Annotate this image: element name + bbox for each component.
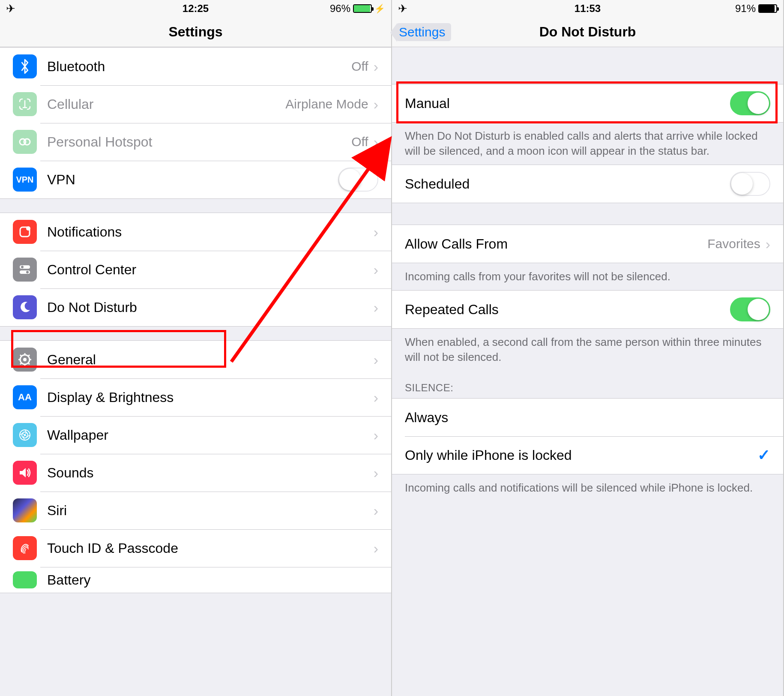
row-control-center[interactable]: Control Center › — [0, 251, 391, 288]
svg-point-1 — [24, 139, 30, 145]
repeated-toggle[interactable] — [730, 297, 770, 321]
bluetooth-icon — [13, 54, 37, 78]
battery-icon — [353, 4, 372, 13]
chevron-right-icon: › — [374, 58, 378, 75]
row-label: General — [47, 352, 374, 368]
chevron-right-icon: › — [766, 236, 770, 252]
chevron-right-icon: › — [374, 299, 378, 316]
chevron-right-icon: › — [374, 351, 378, 368]
battery-row-icon — [13, 571, 37, 588]
svg-point-5 — [21, 266, 24, 268]
settings-screen: ✈ 12:25 96% ⚡ Settings Bluetooth Off › — [0, 0, 392, 696]
row-label: Cellular — [47, 96, 285, 112]
fingerprint-icon — [13, 536, 37, 560]
back-button[interactable]: Settings — [396, 23, 451, 41]
chevron-right-icon: › — [374, 261, 378, 278]
hotspot-icon — [13, 130, 37, 154]
row-label: Manual — [405, 96, 730, 111]
row-manual[interactable]: Manual — [392, 84, 783, 122]
nav-bar: Settings Do Not Disturb — [392, 17, 783, 47]
row-label: Siri — [47, 503, 374, 519]
svg-line-17 — [28, 355, 30, 356]
vpn-icon: VPN — [13, 168, 37, 192]
row-sounds[interactable]: Sounds › — [0, 454, 391, 492]
chevron-right-icon: › — [374, 502, 378, 519]
row-label: Allow Calls From — [405, 236, 707, 252]
row-siri[interactable]: Siri › — [0, 492, 391, 529]
airplane-mode-icon: ✈ — [6, 2, 15, 15]
row-cellular[interactable]: Cellular Airplane Mode › — [0, 85, 391, 123]
row-display[interactable]: AA Display & Brightness › — [0, 378, 391, 416]
control-center-icon — [13, 258, 37, 282]
scheduled-toggle[interactable] — [730, 172, 770, 196]
nav-bar: Settings — [0, 17, 391, 47]
chevron-right-icon: › — [374, 224, 378, 240]
svg-point-7 — [26, 271, 29, 273]
row-label: Display & Brightness — [47, 390, 374, 405]
siri-icon — [13, 498, 37, 522]
row-hotspot[interactable]: Personal Hotspot Off › — [0, 123, 391, 161]
row-allow-calls-from[interactable]: Allow Calls From Favorites › — [392, 225, 783, 263]
vpn-toggle[interactable] — [338, 168, 378, 192]
row-label: Control Center — [47, 262, 374, 278]
repeated-footer: When enabled, a second call from the sam… — [392, 329, 783, 371]
row-label: Do Not Disturb — [47, 300, 374, 315]
svg-line-15 — [28, 363, 30, 364]
silence-footer: Incoming calls and notifications will be… — [392, 474, 783, 501]
manual-toggle[interactable] — [730, 91, 770, 115]
chevron-right-icon: › — [374, 96, 378, 113]
row-value: Favorites — [707, 237, 760, 251]
row-silence-only-locked[interactable]: Only while iPhone is locked ✓ — [392, 436, 783, 474]
gear-icon — [13, 348, 37, 372]
row-label: Only while iPhone is locked — [405, 447, 757, 463]
row-label: Notifications — [47, 224, 374, 240]
dnd-screen: ✈ 11:53 91% Settings Do Not Disturb Manu… — [392, 0, 784, 696]
row-label: Always — [405, 410, 770, 426]
chevron-right-icon: › — [374, 540, 378, 557]
row-value: Off — [351, 135, 368, 149]
chevron-right-icon: › — [374, 389, 378, 406]
row-general[interactable]: General › — [0, 341, 391, 378]
row-label: Scheduled — [405, 176, 730, 192]
row-label: Personal Hotspot — [47, 134, 351, 150]
checkmark-icon: ✓ — [757, 446, 770, 464]
row-label: Wallpaper — [47, 427, 374, 443]
status-bar: ✈ 12:25 96% ⚡ — [0, 0, 391, 17]
row-wallpaper[interactable]: Wallpaper › — [0, 416, 391, 454]
svg-line-16 — [20, 363, 21, 364]
row-label: VPN — [47, 172, 338, 188]
row-label: Battery — [47, 572, 378, 588]
row-vpn[interactable]: VPN VPN — [0, 161, 391, 198]
row-silence-always[interactable]: Always — [392, 399, 783, 436]
notifications-icon — [13, 220, 37, 244]
battery-percent: 96% — [330, 3, 350, 15]
allow-footer: Incoming calls from your favorites will … — [392, 263, 783, 290]
manual-footer: When Do Not Disturb is enabled calls and… — [392, 123, 783, 165]
display-icon: AA — [13, 385, 37, 409]
row-value: Airplane Mode — [285, 97, 368, 111]
back-label: Settings — [399, 25, 445, 39]
status-bar: ✈ 11:53 91% — [392, 0, 783, 17]
svg-point-9 — [23, 358, 27, 361]
row-battery[interactable]: Battery — [0, 567, 391, 593]
battery-icon — [758, 4, 777, 13]
svg-point-3 — [26, 226, 30, 231]
row-value: Off — [351, 59, 368, 74]
row-bluetooth[interactable]: Bluetooth Off › — [0, 48, 391, 85]
airplane-mode-icon: ✈ — [398, 2, 407, 15]
svg-line-14 — [20, 355, 21, 356]
row-do-not-disturb[interactable]: Do Not Disturb › — [0, 288, 391, 326]
cellular-icon — [13, 92, 37, 116]
row-label: Sounds — [47, 465, 374, 481]
silence-header: SILENCE: — [392, 371, 783, 398]
row-repeated-calls[interactable]: Repeated Calls — [392, 291, 783, 328]
row-label: Touch ID & Passcode — [47, 540, 374, 556]
status-time: 12:25 — [132, 3, 259, 15]
charging-bolt-icon: ⚡ — [374, 3, 385, 14]
moon-icon — [13, 295, 37, 319]
row-scheduled[interactable]: Scheduled — [392, 165, 783, 203]
row-touchid[interactable]: Touch ID & Passcode › — [0, 529, 391, 567]
row-notifications[interactable]: Notifications › — [0, 213, 391, 251]
row-label: Bluetooth — [47, 59, 351, 75]
status-time: 11:53 — [524, 3, 651, 15]
